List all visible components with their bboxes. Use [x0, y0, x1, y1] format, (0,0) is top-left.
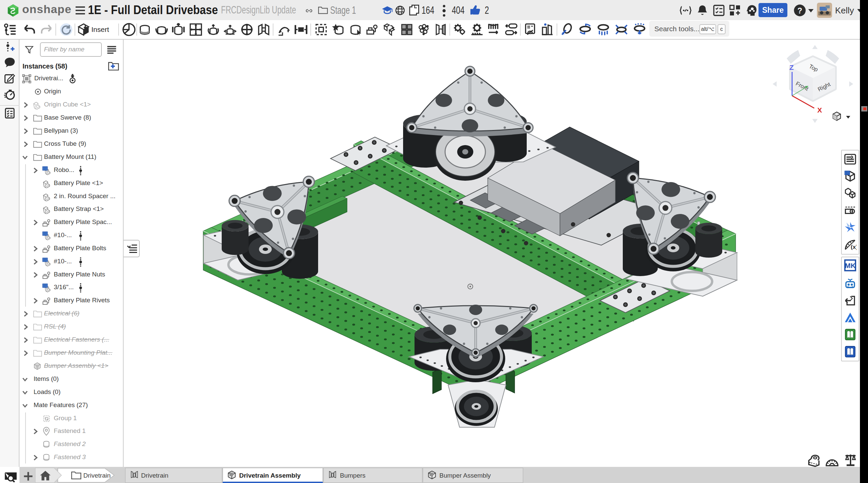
svg-text:(x): (x) — [851, 244, 857, 250]
svg-text:X: X — [817, 106, 822, 114]
svg-text:Z: Z — [789, 63, 794, 71]
svg-text:MK: MK — [845, 262, 856, 269]
svg-text:?: ? — [798, 6, 803, 15]
